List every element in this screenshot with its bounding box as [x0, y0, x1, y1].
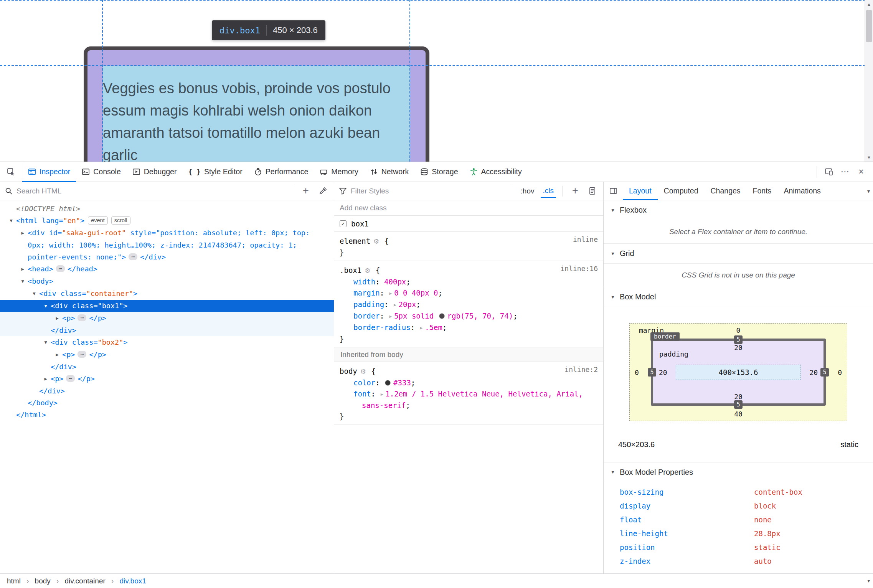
rule-selector[interactable]: element — [340, 237, 370, 245]
sidebar-tab-changes[interactable]: Changes — [705, 182, 747, 200]
sidebar-tab-animations[interactable]: Animations — [777, 182, 827, 200]
markup-badge-scroll[interactable]: scroll — [111, 216, 130, 225]
markup-line[interactable]: 0px; width: 100%; height…100%; z-index: … — [0, 239, 334, 251]
box-model-property-row[interactable]: line-height28.8px — [604, 527, 873, 540]
markup-line[interactable]: </body> — [0, 397, 334, 409]
margin-bottom-value[interactable]: 40 — [630, 410, 847, 418]
expand-value-icon[interactable]: ▶ — [394, 299, 396, 311]
padding-left-value[interactable]: 20 — [659, 368, 667, 376]
devtools-tab-accessibility[interactable]: Accessibility — [464, 162, 528, 182]
margin-left-value[interactable]: 0 — [635, 368, 639, 376]
markup-badge-event[interactable]: event — [88, 216, 107, 225]
padding-top-value[interactable]: 20 — [653, 344, 823, 352]
expand-value-icon[interactable]: ▶ — [389, 311, 392, 322]
markup-line[interactable]: ▶<p>⋯</p> — [0, 349, 334, 361]
markup-line[interactable]: <!DOCTYPE html> — [0, 203, 334, 215]
breadcrumb-item-div-container[interactable]: div.container — [64, 577, 105, 585]
scrollbar-thumb[interactable] — [866, 10, 872, 42]
markup-line[interactable]: ▶<p>⋯</p> — [0, 312, 334, 324]
css-declaration[interactable]: padding: ▶20px; — [334, 299, 603, 311]
markup-line[interactable]: </div> — [0, 324, 334, 336]
box-model-properties-header[interactable]: ▼ Box Model Properties — [604, 462, 873, 482]
margin-right-value[interactable]: 0 — [838, 368, 842, 376]
collapse-twisty-icon[interactable]: ▼ — [18, 276, 28, 287]
markup-line[interactable]: ▼<div class="box2"> — [0, 336, 334, 349]
devtools-tab-style-editor[interactable]: { }Style Editor — [182, 162, 248, 182]
devtools-tab-memory[interactable]: Memory — [314, 162, 364, 182]
toggle-classes-button[interactable]: .cls — [541, 184, 556, 198]
toggle-pseudo-classes-button[interactable]: :hov — [518, 184, 537, 198]
box-model-property-row[interactable]: positionstatic — [604, 540, 873, 554]
markup-line[interactable]: ▼<html lang="en">eventscroll — [0, 215, 334, 227]
markup-line[interactable]: </html> — [0, 409, 334, 421]
breadcrumb-item-html[interactable]: html — [7, 577, 21, 585]
devtools-tab-storage[interactable]: Storage — [414, 162, 464, 182]
collapsed-ellipsis[interactable]: ⋯ — [56, 265, 65, 272]
box-model-margin[interactable]: margin 0 40 0 0 border 5 5 5 5 padding 2… — [629, 323, 847, 421]
rule-gear-icon[interactable]: ⚙ — [360, 368, 366, 375]
collapse-twisty-icon[interactable]: ▼ — [41, 300, 51, 312]
devtools-tab-network[interactable]: Network — [364, 162, 415, 182]
expand-value-icon[interactable]: ▶ — [389, 288, 392, 299]
css-declaration[interactable]: border: ▶5px solid rgb(75, 70, 74); — [334, 311, 603, 322]
devtools-tab-inspector[interactable]: Inspector — [22, 162, 76, 182]
breadcrumb-item-div-box1[interactable]: div.box1 — [119, 577, 146, 585]
breadcrumb-item-body[interactable]: body — [35, 577, 51, 585]
markup-line[interactable]: ▼<body> — [0, 275, 334, 287]
collapsed-ellipsis[interactable]: ⋯ — [78, 351, 86, 358]
add-class-input[interactable] — [340, 204, 598, 212]
scroll-down-icon[interactable]: ▼ — [865, 153, 873, 162]
expand-value-icon[interactable]: ▶ — [420, 322, 423, 334]
class-checkbox[interactable]: ✓ — [340, 220, 347, 227]
rule-source-link[interactable]: inline — [573, 235, 598, 243]
css-declaration[interactable]: width: 400px; — [334, 276, 603, 287]
box-model-border[interactable]: border 5 5 5 5 padding 20 20 20 20 400×1… — [651, 339, 826, 406]
markup-line[interactable]: ▶<p>⋯</p> — [0, 373, 334, 385]
markup-line[interactable]: ▶<div id="saka-gui-root" style="position… — [0, 227, 334, 239]
css-declaration[interactable]: font: ▶1.2em / 1.5 Helvetica Neue, Helve… — [334, 388, 603, 400]
grid-section-header[interactable]: ▼ Grid — [604, 244, 873, 264]
expand-twisty-icon[interactable]: ▶ — [52, 349, 62, 361]
expand-twisty-icon[interactable]: ▶ — [18, 227, 28, 239]
css-declaration[interactable]: color: #333; — [334, 377, 603, 388]
css-declaration[interactable]: margin: ▶0 0 40px 0; — [334, 287, 603, 299]
expand-twisty-icon[interactable]: ▶ — [18, 263, 28, 275]
collapse-twisty-icon[interactable]: ▼ — [41, 337, 51, 349]
pick-element-button[interactable] — [0, 162, 22, 182]
padding-right-value[interactable]: 20 — [809, 368, 818, 376]
page-scrollbar[interactable]: ▲ ▼ — [865, 0, 873, 162]
devtools-tab-console[interactable]: Console — [76, 162, 127, 182]
expand-twisty-icon[interactable]: ▶ — [52, 312, 62, 324]
add-rule-button[interactable]: + — [569, 184, 582, 198]
box-model-property-row[interactable]: displayblock — [604, 499, 873, 513]
box-model-section-header[interactable]: ▼ Box Model — [604, 287, 873, 307]
collapsed-ellipsis[interactable]: ⋯ — [78, 314, 86, 321]
collapsed-ellipsis[interactable]: ⋯ — [66, 375, 75, 382]
markup-line[interactable]: ▶<head>⋯</head> — [0, 263, 334, 275]
color-swatch[interactable] — [439, 313, 445, 319]
devtools-tab-performance[interactable]: Performance — [248, 162, 314, 182]
toggle-sidebar-button[interactable] — [604, 182, 623, 200]
box-model-property-row[interactable]: box-sizingcontent-box — [604, 485, 873, 499]
devtools-tab-debugger[interactable]: Debugger — [127, 162, 183, 182]
flexbox-section-header[interactable]: ▼ Flexbox — [604, 200, 873, 220]
close-devtools-button[interactable]: × — [853, 164, 869, 180]
print-simulation-button[interactable] — [586, 184, 599, 198]
devtools-menu-button[interactable]: ⋯ — [837, 164, 853, 180]
box-model-padding[interactable]: padding 20 20 20 20 400×153.6 — [653, 341, 823, 403]
expand-twisty-icon[interactable]: ▶ — [41, 373, 51, 385]
create-node-button[interactable]: + — [299, 184, 312, 198]
border-left-value[interactable]: 5 — [648, 368, 656, 377]
sidebar-tab-computed[interactable]: Computed — [658, 182, 705, 200]
color-swatch[interactable] — [385, 380, 391, 386]
box-model-property-row[interactable]: floatnone — [604, 513, 873, 527]
collapse-twisty-icon[interactable]: ▼ — [29, 288, 39, 300]
rule-gear-icon[interactable]: ⚙ — [373, 238, 379, 245]
css-declaration[interactable]: border-radius: ▶.5em; — [334, 322, 603, 334]
sidebar-tab-layout[interactable]: Layout — [623, 182, 658, 200]
markup-line-selected[interactable]: ▼<div class="box1"> — [0, 300, 334, 312]
markup-line[interactable]: ▼<div class="container"> — [0, 287, 334, 300]
rule-selector[interactable]: body — [340, 367, 357, 375]
rule-source-link[interactable]: inline:16 — [560, 264, 598, 273]
rule-gear-icon[interactable]: ⚙ — [365, 267, 370, 274]
